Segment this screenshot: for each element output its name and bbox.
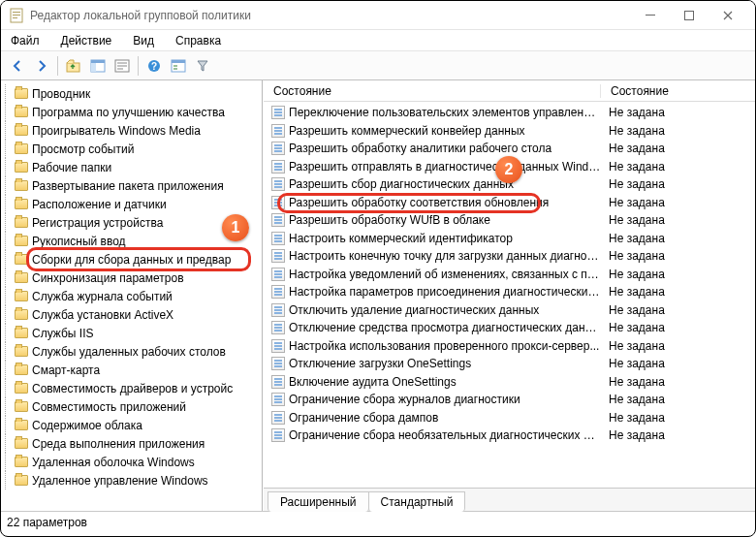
tree-item[interactable]: Совместимость приложений bbox=[5, 397, 262, 416]
policy-row[interactable]: Настройка параметров присоединения диагн… bbox=[264, 283, 755, 301]
policy-status: Не задана bbox=[601, 213, 665, 227]
folder-icon bbox=[15, 217, 28, 228]
policy-icon bbox=[271, 124, 285, 138]
tree-panel[interactable]: ПроводникПрограмма по улучшению качества… bbox=[1, 80, 263, 511]
tab-standard[interactable]: Стандартный bbox=[368, 491, 466, 512]
tree-item[interactable]: Сборки для сбора данных и предвар bbox=[5, 250, 262, 268]
policy-row[interactable]: Настройка уведомлений об изменениях, свя… bbox=[264, 266, 755, 284]
status-text: 22 параметров bbox=[7, 516, 87, 529]
folder-icon bbox=[15, 125, 28, 136]
tree-item-label: Регистрация устройства bbox=[32, 216, 163, 230]
column-header-status[interactable]: Состояние bbox=[601, 84, 669, 98]
svg-rect-5 bbox=[685, 11, 694, 19]
policy-row[interactable]: Отключение загрузки OneSettingsНе задана bbox=[264, 355, 755, 373]
tree-item[interactable]: Проигрыватель Windows Media bbox=[5, 121, 262, 140]
properties-button[interactable] bbox=[168, 55, 189, 77]
menu-help[interactable]: Справка bbox=[172, 32, 225, 49]
tree-item[interactable]: Смарт-карта bbox=[5, 361, 262, 379]
policy-icon bbox=[271, 160, 285, 174]
policy-row[interactable]: Настроить коммерческий идентификаторНе з… bbox=[264, 230, 755, 248]
policy-row[interactable]: Включение аудита OneSettingsНе задана bbox=[264, 373, 755, 392]
policy-row[interactable]: Настройка использования проверенного про… bbox=[264, 337, 755, 356]
folder-icon bbox=[15, 346, 28, 357]
tree-item[interactable]: Служба установки ActiveX bbox=[5, 305, 262, 324]
policy-icon bbox=[271, 393, 285, 406]
close-button[interactable] bbox=[709, 2, 747, 29]
policy-row[interactable]: Разрешить отправлять в диагностических д… bbox=[264, 158, 755, 176]
svg-text:?: ? bbox=[151, 61, 157, 72]
maximize-button[interactable] bbox=[670, 2, 709, 29]
menu-view[interactable]: Вид bbox=[129, 32, 158, 49]
policy-row[interactable]: Разрешить обработку соответствия обновле… bbox=[264, 194, 755, 212]
tree-item[interactable]: Расположение и датчики bbox=[5, 195, 262, 213]
policy-row[interactable]: Настроить конечную точку для загрузки да… bbox=[264, 247, 755, 266]
menu-action[interactable]: Действие bbox=[57, 32, 116, 49]
tree-item[interactable]: Просмотр событий bbox=[5, 140, 262, 158]
menu-bar: Файл Действие Вид Справка bbox=[1, 30, 755, 51]
tree-item[interactable]: Удаленное управление Windows bbox=[5, 471, 262, 490]
column-header-name[interactable]: Состояние bbox=[264, 84, 601, 98]
folder-icon bbox=[15, 199, 28, 209]
tree-item-label: Проигрыватель Windows Media bbox=[32, 124, 201, 138]
tree-item[interactable]: Рабочие папки bbox=[5, 158, 262, 176]
tree-item[interactable]: Совместимость драйверов и устройс bbox=[5, 379, 262, 397]
policy-icon bbox=[271, 268, 285, 281]
policy-row[interactable]: Ограничение сбора дамповНе задана bbox=[264, 409, 755, 427]
tree-item[interactable]: Программа по улучшению качества bbox=[5, 103, 262, 121]
tree-item[interactable]: Службы удаленных рабочих столов bbox=[5, 342, 262, 361]
tree-item[interactable]: Развертывание пакета приложения bbox=[5, 176, 262, 195]
policy-row[interactable]: Разрешить обработку аналитики рабочего с… bbox=[264, 140, 755, 158]
tree-item-label: Среда выполнения приложения bbox=[32, 437, 205, 451]
policy-icon bbox=[271, 232, 285, 245]
window-title: Редактор локальной групповой политики bbox=[30, 9, 631, 22]
policy-row[interactable]: Отключение средства просмотра диагностич… bbox=[264, 319, 755, 337]
policy-row[interactable]: Ограничение сбора необязательных диагнос… bbox=[264, 426, 755, 445]
tree-item[interactable]: Рукописный ввод bbox=[5, 232, 262, 250]
tree-item[interactable]: Синхронизация параметров bbox=[5, 268, 262, 287]
folder-icon bbox=[15, 457, 28, 467]
policy-row[interactable]: Разрешить коммерческий конвейер данныхНе… bbox=[264, 122, 755, 141]
tree-item-label: Содержимое облака bbox=[32, 419, 142, 432]
folder-icon bbox=[15, 162, 28, 173]
folder-icon bbox=[15, 291, 28, 301]
svg-rect-8 bbox=[91, 60, 105, 63]
tree-item[interactable]: Среда выполнения приложения bbox=[5, 434, 262, 453]
list-header: Состояние Состояние bbox=[264, 80, 755, 102]
policy-row[interactable]: Ограничение сбора журналов диагностикиНе… bbox=[264, 391, 755, 409]
policy-row[interactable]: Отключить удаление диагностических данны… bbox=[264, 301, 755, 320]
folder-icon bbox=[15, 107, 28, 117]
tree-item-label: Служба установки ActiveX bbox=[32, 308, 173, 322]
tree-item[interactable]: Удаленная оболочка Windows bbox=[5, 453, 262, 471]
export-list-button[interactable] bbox=[111, 55, 133, 77]
help-button[interactable]: ? bbox=[143, 55, 165, 77]
tree-item[interactable]: Проводник bbox=[5, 84, 262, 103]
back-button[interactable] bbox=[7, 55, 28, 77]
tree-item-label: Службы удаленных рабочих столов bbox=[32, 345, 226, 359]
folder-up-button[interactable] bbox=[63, 55, 84, 77]
folder-icon bbox=[15, 383, 28, 394]
policy-status: Не задана bbox=[601, 303, 665, 317]
policy-icon bbox=[271, 375, 285, 389]
tree-item[interactable]: Служба журнала событий bbox=[5, 287, 262, 305]
policy-label: Настройка использования проверенного про… bbox=[289, 339, 601, 353]
minimize-button[interactable] bbox=[631, 2, 670, 29]
policy-icon bbox=[271, 213, 285, 227]
policy-row[interactable]: Разрешить обработку WUfB в облакеНе зада… bbox=[264, 211, 755, 230]
filter-button[interactable] bbox=[192, 55, 213, 77]
menu-file[interactable]: Файл bbox=[7, 32, 44, 49]
show-hide-tree-button[interactable] bbox=[87, 55, 109, 77]
policy-list[interactable]: Переключение пользовательских элементов … bbox=[264, 102, 755, 488]
policy-row[interactable]: Переключение пользовательских элементов … bbox=[264, 104, 755, 122]
policy-label: Разрешить отправлять в диагностических д… bbox=[289, 160, 601, 174]
tree-item[interactable]: Службы IIS bbox=[5, 324, 262, 342]
tab-extended[interactable]: Расширенный bbox=[268, 491, 369, 512]
svg-rect-2 bbox=[13, 15, 20, 16]
policy-icon bbox=[271, 411, 285, 425]
forward-button[interactable] bbox=[31, 55, 52, 77]
policy-status: Не задана bbox=[601, 232, 665, 245]
tree-item[interactable]: Содержимое облака bbox=[5, 416, 262, 434]
tree-item[interactable]: Регистрация устройства bbox=[5, 213, 262, 232]
policy-label: Настроить конечную точку для загрузки да… bbox=[289, 249, 601, 263]
policy-row[interactable]: Разрешить сбор диагностических данныхНе … bbox=[264, 175, 755, 194]
folder-icon bbox=[15, 328, 28, 338]
